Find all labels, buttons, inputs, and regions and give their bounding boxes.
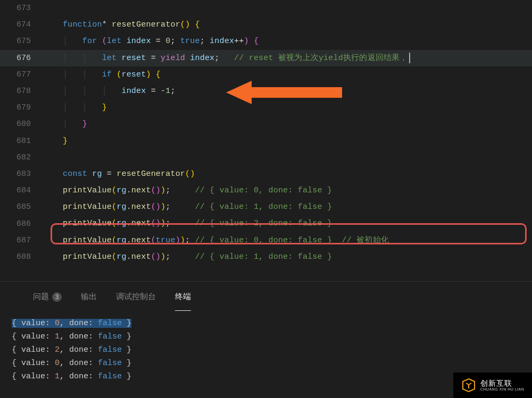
tab-label: 终端 [175,292,191,302]
code-content[interactable]: │ } [43,116,532,132]
code-line[interactable]: 679│ │ } [0,99,532,116]
code-content[interactable]: printValue(rg.next()); // { value: 1, do… [43,199,532,215]
tab-label: 问题 [33,292,49,302]
tab-label: 调试控制台 [116,292,156,302]
code-line[interactable]: 687printValue(rg.next(true)); // { value… [0,232,532,249]
tab-problems[interactable]: 问题 3 [33,289,62,311]
watermark-logo: 创新互联 CHUANG XIN HU LIAN [453,372,532,398]
tab-label: 输出 [81,292,97,302]
code-line[interactable]: 682 [0,149,532,166]
panel-tab-bar: 问题 3 输出 调试控制台 终端 [0,282,532,311]
code-line[interactable]: 677│ │ if (reset) { [0,66,532,83]
code-line[interactable]: 681} [0,133,532,149]
code-line[interactable]: 686printValue(rg.next()); // { value: 2,… [0,215,532,232]
terminal-line: { value: 0, done: false } [12,317,532,330]
text-cursor [409,53,410,63]
line-number: 685 [0,202,43,211]
line-number: 687 [0,236,43,245]
code-content[interactable]: │ │ } [43,99,532,116]
code-line[interactable]: 673 [0,0,532,16]
code-editor[interactable]: 673674function* resetGenerator() {675│ f… [0,0,532,282]
line-number: 682 [0,153,43,162]
terminal-output[interactable]: { value: 0, done: false }{ value: 1, don… [0,311,532,383]
terminal-line: { value: 0, done: false } [12,357,532,370]
problems-badge: 3 [52,292,62,302]
logo-icon [461,378,476,393]
code-content[interactable]: } [43,133,532,149]
code-content[interactable]: │ │ if (reset) { [43,66,532,83]
tab-terminal[interactable]: 终端 [175,289,191,311]
line-number: 683 [0,170,43,179]
code-line[interactable]: 676│ │ let reset = yield index; // reset… [0,50,532,66]
code-content[interactable]: printValue(rg.next()); // { value: 1, do… [43,249,532,265]
code-content[interactable]: printValue(rg.next()); // { value: 0, do… [43,182,532,199]
code-line[interactable]: 678│ │ │ index = -1; [0,83,532,99]
line-number: 688 [0,252,43,261]
code-line[interactable]: 685printValue(rg.next()); // { value: 1,… [0,199,532,215]
terminal-line: { value: 1, done: false } [12,330,532,343]
code-line[interactable]: 688printValue(rg.next()); // { value: 1,… [0,249,532,265]
code-content[interactable]: printValue(rg.next()); // { value: 2, do… [43,215,532,232]
line-number: 686 [0,219,43,228]
line-number: 679 [0,103,43,112]
line-number: 680 [0,120,43,129]
code-content[interactable]: │ │ let reset = yield index; // reset 被视… [43,50,532,66]
logo-text: 创新互联 [480,379,525,387]
tab-debug-console[interactable]: 调试控制台 [116,289,156,311]
code-content[interactable]: const rg = resetGenerator() [43,166,532,182]
code-line[interactable]: 674function* resetGenerator() { [0,16,532,33]
terminal-line: { value: 2, done: false } [12,343,532,357]
code-content[interactable]: │ for (let index = 0; true; index++) { [43,33,532,49]
bottom-panel: 问题 3 输出 调试控制台 终端 { value: 0, done: false… [0,282,532,398]
code-line[interactable]: 680│ } [0,116,532,132]
code-line[interactable]: 684printValue(rg.next()); // { value: 0,… [0,182,532,199]
tab-output[interactable]: 输出 [81,289,97,311]
line-number: 684 [0,186,43,195]
line-number: 681 [0,137,43,146]
line-number: 673 [0,4,43,13]
line-number: 676 [0,54,43,63]
code-content[interactable]: function* resetGenerator() { [43,16,532,33]
code-line[interactable]: 675│ for (let index = 0; true; index++) … [0,33,532,49]
logo-subtext: CHUANG XIN HU LIAN [480,387,525,391]
code-content[interactable]: │ │ │ index = -1; [43,83,532,99]
line-number: 678 [0,87,43,96]
line-number: 675 [0,37,43,46]
line-number: 677 [0,70,43,79]
line-number: 674 [0,20,43,29]
code-line[interactable]: 683const rg = resetGenerator() [0,166,532,182]
code-content[interactable]: printValue(rg.next(true)); // { value: 0… [43,232,532,249]
